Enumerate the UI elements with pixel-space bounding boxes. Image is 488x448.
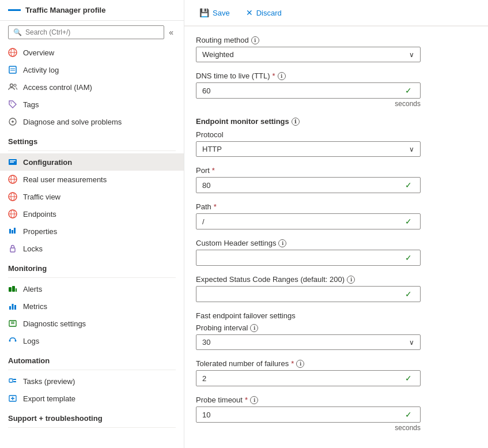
tags-label: Tags — [23, 100, 39, 109]
probe-timeout-select[interactable]: 10 ✓ — [196, 406, 421, 423]
export-template-label: Export template — [23, 394, 75, 403]
activity-log-label: Activity log — [23, 66, 59, 74]
expected-status-info-icon[interactable]: ℹ — [347, 276, 355, 284]
sidebar-item-locks[interactable]: Locks — [0, 240, 184, 257]
discard-label: Discard — [256, 9, 282, 17]
monitoring-divider — [8, 277, 176, 278]
port-select[interactable]: 80 ✓ — [196, 177, 421, 193]
collapse-button[interactable]: « — [167, 27, 176, 38]
svg-rect-26 — [12, 286, 15, 292]
tolerated-failures-label: Tolerated number of failures * ℹ — [196, 359, 476, 368]
custom-header-info-icon[interactable]: ℹ — [278, 239, 286, 247]
sidebar-item-configuration[interactable]: Configuration — [0, 153, 184, 171]
protocol-value: HTTP — [202, 145, 409, 153]
expected-status-select[interactable]: ✓ — [196, 286, 421, 302]
svg-rect-24 — [10, 248, 15, 252]
path-label: Path * — [196, 202, 476, 211]
custom-header-group: Custom Header settings ℹ ✓ — [196, 239, 476, 266]
logs-icon — [8, 336, 17, 345]
access-control-label: Access control (IAM) — [23, 83, 92, 92]
sidebar-item-properties[interactable]: Properties — [0, 223, 184, 240]
svg-rect-22 — [12, 230, 13, 234]
svg-point-7 — [14, 84, 16, 86]
sidebar-item-overview[interactable]: Overview — [0, 44, 184, 61]
sidebar-item-access-control[interactable]: Access control (IAM) — [0, 78, 184, 96]
path-select[interactable]: / ✓ — [196, 213, 421, 229]
routing-method-info-icon[interactable]: ℹ — [251, 36, 259, 44]
diagnostic-settings-label: Diagnostic settings — [23, 319, 86, 328]
sidebar-item-logs[interactable]: Logs — [0, 332, 184, 349]
dns-ttl-info-icon[interactable]: ℹ — [278, 72, 286, 80]
lock-icon — [8, 244, 17, 253]
sidebar-item-activity-log[interactable]: Activity log — [0, 61, 184, 78]
settings-section-label: Settings — [0, 130, 184, 148]
locks-label: Locks — [23, 244, 43, 253]
sidebar-item-tasks[interactable]: Tasks (preview) — [0, 372, 184, 390]
search-icon: 🔍 — [13, 28, 22, 36]
configuration-label: Configuration — [23, 158, 72, 167]
probing-interval-info-icon[interactable]: ℹ — [250, 324, 258, 332]
tolerated-failures-select[interactable]: 2 ✓ — [196, 370, 421, 386]
custom-header-select[interactable]: ✓ — [196, 250, 421, 266]
tolerated-failures-group: Tolerated number of failures * ℹ 2 ✓ — [196, 359, 476, 386]
routing-method-select[interactable]: Weighted ∨ — [196, 47, 421, 62]
dns-ttl-select[interactable]: 60 ✓ — [196, 82, 421, 99]
probe-timeout-info-icon[interactable]: ℹ — [250, 396, 258, 404]
sidebar-item-traffic-view[interactable]: Traffic view — [0, 188, 184, 205]
sidebar-item-export-template[interactable]: Export template — [0, 390, 184, 407]
probe-timeout-group: Probe timeout * ℹ 10 ✓ seconds — [196, 396, 476, 432]
monitoring-section-label: Monitoring — [0, 257, 184, 275]
sidebar-item-real-user-measurements[interactable]: Real user measurements — [0, 171, 184, 188]
tolerated-failures-info-icon[interactable]: ℹ — [296, 360, 304, 368]
svg-point-6 — [10, 84, 13, 87]
sidebar-item-alerts[interactable]: Alerts — [0, 280, 184, 298]
logs-label: Logs — [23, 337, 39, 345]
alerts-icon — [8, 284, 17, 293]
sidebar-item-endpoints[interactable]: Endpoints — [0, 205, 184, 223]
svg-point-34 — [9, 340, 11, 342]
svg-rect-25 — [9, 287, 12, 292]
path-required: * — [214, 202, 217, 211]
discard-icon: ✕ — [246, 8, 253, 17]
automation-section-label: Automation — [0, 349, 184, 367]
sidebar-item-diagnose[interactable]: Diagnose and solve problems — [0, 113, 184, 130]
diagnostic-icon — [8, 319, 17, 328]
diagnose-label: Diagnose and solve problems — [23, 118, 122, 126]
metrics-icon — [8, 302, 17, 311]
support-divider — [8, 427, 176, 428]
path-check-icon: ✓ — [405, 217, 412, 226]
endpoint-monitor-section-title: Endpoint monitor settings ℹ — [196, 117, 476, 126]
dns-ttl-group: DNS time to live (TTL) * ℹ 60 ✓ seconds — [196, 71, 476, 108]
dns-ttl-check-icon: ✓ — [405, 86, 412, 95]
tag-icon — [8, 100, 17, 109]
sidebar-title: Traffic Manager profile — [25, 6, 105, 14]
sidebar-item-diagnostic-settings[interactable]: Diagnostic settings — [0, 315, 184, 332]
header-line — [8, 9, 21, 11]
sidebar-item-tags[interactable]: Tags — [0, 96, 184, 113]
protocol-arrow-icon: ∨ — [409, 145, 414, 153]
toolbar: 💾 Save ✕ Discard — [184, 0, 488, 26]
alerts-label: Alerts — [23, 285, 42, 293]
overview-label: Overview — [23, 48, 54, 57]
protocol-label: Protocol — [196, 130, 476, 139]
probing-interval-select[interactable]: 30 ∨ — [196, 334, 421, 350]
activity-icon — [8, 65, 17, 74]
endpoint-monitor-info-icon[interactable]: ℹ — [292, 118, 300, 126]
search-input[interactable] — [25, 28, 159, 36]
tasks-icon — [8, 377, 17, 386]
properties-label: Properties — [23, 227, 57, 236]
protocol-select[interactable]: HTTP ∨ — [196, 141, 421, 157]
svg-rect-30 — [14, 305, 16, 310]
save-button[interactable]: 💾 Save — [196, 6, 233, 20]
save-icon: 💾 — [199, 8, 209, 17]
svg-rect-37 — [13, 379, 16, 380]
sidebar-item-metrics[interactable]: Metrics — [0, 298, 184, 315]
discard-button[interactable]: ✕ Discard — [243, 6, 285, 20]
metrics-label: Metrics — [23, 302, 47, 311]
svg-rect-21 — [9, 229, 11, 234]
port-required: * — [212, 166, 215, 175]
form-content: Routing method ℹ Weighted ∨ DNS time to … — [184, 27, 488, 448]
probe-timeout-check-icon: ✓ — [405, 410, 412, 419]
svg-rect-36 — [9, 379, 13, 382]
search-box[interactable]: 🔍 — [8, 25, 164, 39]
